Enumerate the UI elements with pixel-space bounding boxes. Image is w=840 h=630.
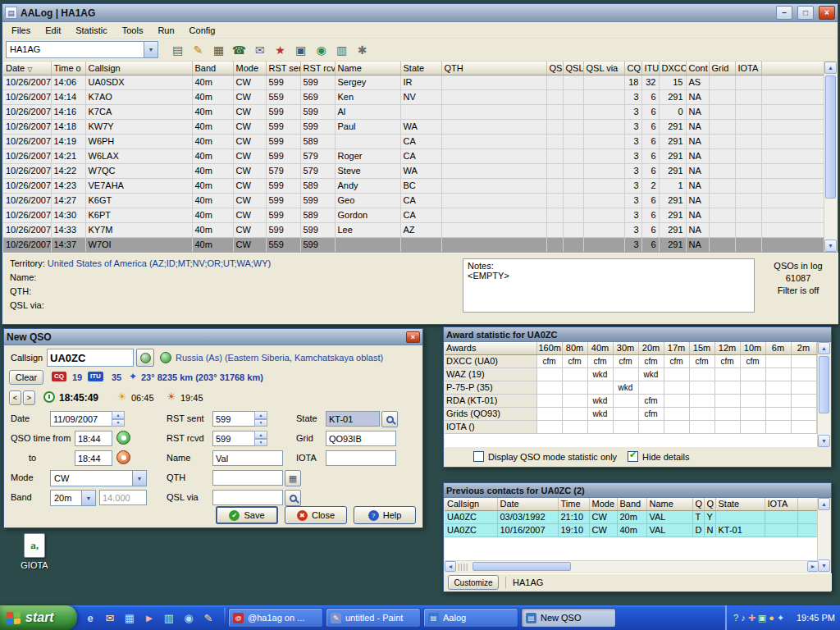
previous-scroll-thumb[interactable]	[472, 562, 571, 571]
log-col-grid[interactable]: Grid	[709, 62, 735, 75]
log-row[interactable]: 10/26/200714:23VE7AHA40mCW599589AndyBC32…	[3, 178, 825, 193]
previous-contact-row[interactable]: UA0ZC03/03/199221:10CW20mVALTY	[445, 510, 819, 523]
log-col-qth[interactable]: QTH	[441, 62, 546, 75]
log-row[interactable]: 10/26/200714:16K7CA40mCW599599Al360NA	[3, 104, 825, 119]
award-vertical-scrollbar[interactable]: ▲ ▼	[817, 342, 830, 447]
previous-titlebar[interactable]: Previous contacts for UA0ZC (2)	[444, 483, 831, 498]
previous-horizontal-scrollbar[interactable]: ◄ |||| ►	[445, 560, 819, 572]
scroll-down-icon[interactable]: ▼	[824, 240, 837, 252]
log-col-dxcc[interactable]: DXCC	[659, 62, 686, 75]
globe-quicklaunch-icon[interactable]: ◉	[180, 609, 197, 627]
log-col-qsl-r[interactable]: QSL r	[563, 62, 583, 75]
qth-input[interactable]	[212, 470, 283, 486]
award-col-2m[interactable]: 2m	[791, 342, 816, 354]
log-col-state[interactable]: State	[400, 62, 441, 75]
prev-col-q[interactable]: Q	[692, 498, 704, 510]
date-spinner[interactable]: ▲▼	[112, 411, 125, 427]
taskbtn-newqso[interactable]: ▤New QSO	[521, 608, 616, 628]
log-col-band[interactable]: Band	[192, 62, 233, 75]
scroll-up-icon[interactable]: ▲	[818, 342, 830, 354]
award-col-15m[interactable]: 15m	[689, 342, 714, 354]
prev-col-time[interactable]: Time	[558, 498, 589, 510]
volume-tray-icon[interactable]: ♪	[741, 613, 746, 623]
update-tray-icon[interactable]: ✦	[777, 613, 784, 623]
award-col-160m[interactable]: 160m	[536, 342, 562, 354]
log-row[interactable]: 10/26/200714:19W6PH40mCW599589CA36291NA	[3, 134, 825, 148]
scroll-left-icon[interactable]: ◄	[445, 561, 456, 572]
qsl-via-search-button[interactable]	[285, 490, 301, 506]
log-col-time-o[interactable]: Time o	[51, 62, 85, 75]
name-input[interactable]	[212, 450, 283, 466]
scroll-down-icon[interactable]: ▼	[818, 559, 830, 572]
dx-cluster-icon[interactable]: ▣	[291, 40, 310, 59]
scroll-right-icon[interactable]: ►	[807, 561, 819, 572]
log-col-callsign[interactable]: Callsign	[85, 62, 192, 75]
award-col-awards[interactable]: Awards	[445, 342, 536, 354]
log-col-qsl-via[interactable]: QSL via	[583, 62, 624, 75]
log-col-rst-sent[interactable]: RST sent	[266, 62, 300, 75]
award-col-10m[interactable]: 10m	[740, 342, 765, 354]
qsl-via-input[interactable]	[212, 490, 283, 505]
taskbtn-paint[interactable]: ✎untitled - Paint	[326, 608, 421, 628]
log-col-name[interactable]: Name	[335, 62, 400, 75]
prev-col-iota[interactable]: IOTA	[765, 498, 797, 510]
date-input[interactable]	[50, 411, 112, 427]
rst-sent-input[interactable]	[212, 411, 255, 427]
prev-col-mode[interactable]: Mode	[589, 498, 617, 510]
award-col-20m[interactable]: 20m	[638, 342, 664, 354]
frequency-input[interactable]	[99, 490, 147, 505]
qth-list-button[interactable]: ▦	[285, 470, 301, 486]
menu-item-tools[interactable]: Tools	[115, 23, 151, 38]
log-col-cont[interactable]: Cont	[686, 62, 709, 75]
splitter-grip[interactable]: ||||	[458, 563, 468, 571]
time-to-now-button[interactable]	[116, 450, 130, 464]
menu-item-statistic[interactable]: Statistic	[68, 23, 115, 38]
mode-select[interactable]: CW ▼	[50, 470, 147, 486]
state-input[interactable]	[326, 411, 380, 427]
time-from-now-button[interactable]	[116, 431, 130, 445]
settings-icon[interactable]: ✱	[353, 40, 372, 59]
award-scroll-thumb[interactable]	[819, 356, 829, 413]
taskbtn-aalog[interactable]: ▤Aalog	[423, 608, 518, 628]
award-titlebar[interactable]: Award statistic for UA0ZC	[444, 327, 831, 342]
close-button[interactable]: ×	[819, 6, 835, 20]
chart-quicklaunch-icon[interactable]: ▥	[161, 609, 177, 627]
grid-input[interactable]	[326, 431, 396, 446]
log-col-date[interactable]: Date▽	[3, 62, 51, 75]
hide-details-checkbox[interactable]	[628, 451, 638, 462]
log-col-cq[interactable]: CQ	[624, 62, 641, 75]
next-qso-button[interactable]: >	[23, 390, 35, 405]
award-col-12m[interactable]: 12m	[714, 342, 740, 354]
statistics-icon[interactable]: ▥	[332, 40, 351, 59]
menu-item-files[interactable]: Files	[4, 23, 38, 38]
maximize-button[interactable]: □	[797, 6, 814, 20]
log-col-rst-rcv[interactable]: RST rcv	[300, 62, 335, 75]
edit-qso-icon[interactable]: ✎	[189, 40, 208, 59]
log-row[interactable]: 10/26/200714:37W7OI40mCW55959936291NA	[3, 237, 825, 252]
menu-item-edit[interactable]: Edit	[38, 23, 68, 38]
awards-icon[interactable]: ★	[271, 40, 290, 59]
award-col-6m[interactable]: 6m	[765, 342, 791, 354]
log-row[interactable]: 10/26/200714:06UA0SDX40mCW599599SergeyIR…	[3, 75, 825, 89]
taskbtn-ha1ag[interactable]: @@ha1ag on ...	[228, 608, 323, 628]
callsign-input[interactable]	[47, 349, 134, 367]
prev-qso-button[interactable]: <	[9, 390, 21, 405]
time-to-input[interactable]	[75, 450, 112, 466]
ie-quicklaunch-icon[interactable]: e	[82, 609, 98, 627]
log-row[interactable]: 10/26/200714:14K7AO40mCW559569KenNV36291…	[3, 89, 825, 104]
close-button[interactable]: ✖Close	[285, 506, 347, 524]
qso-mode-checkbox[interactable]	[473, 451, 484, 462]
prev-col-q[interactable]: Q	[704, 498, 715, 510]
callbook-icon[interactable]: ☎	[230, 40, 249, 59]
award-col-80m[interactable]: 80m	[562, 342, 587, 354]
time-from-input[interactable]	[75, 431, 112, 446]
state-search-button[interactable]	[381, 411, 398, 427]
qsl-print-icon[interactable]: ✉	[250, 40, 269, 59]
save-quicklaunch-icon[interactable]: ▦	[121, 609, 138, 627]
prev-col-state[interactable]: State	[715, 498, 765, 510]
save-button[interactable]: ✔Save	[216, 506, 278, 524]
previous-vertical-scrollbar[interactable]: ▲ ▼	[817, 498, 830, 572]
prev-col-date[interactable]: Date	[497, 498, 558, 510]
customize-button[interactable]: Customize	[448, 575, 499, 590]
rst-sent-spinner[interactable]: ▲▼	[254, 411, 267, 427]
